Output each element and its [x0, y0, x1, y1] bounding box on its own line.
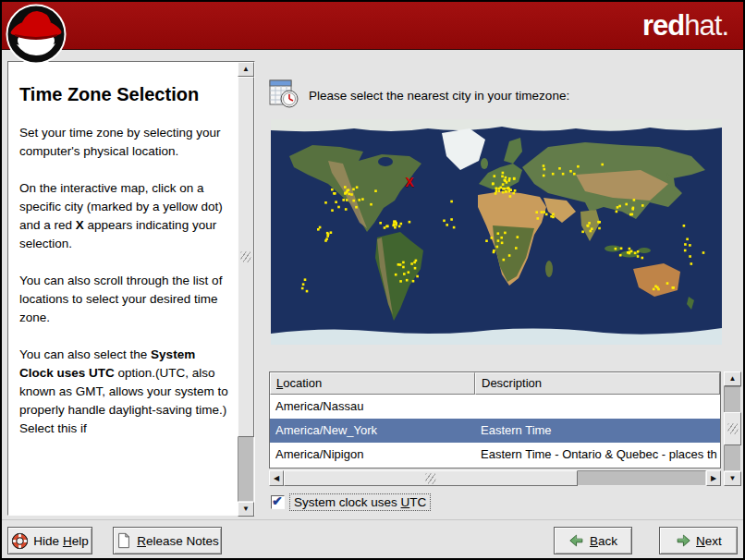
next-button[interactable]: Next	[659, 527, 738, 554]
help-paragraph: On the interactive map, click on a speci…	[19, 179, 230, 253]
checkmark-icon: ✔	[272, 493, 283, 508]
page-title: Time Zone Selection	[19, 82, 230, 107]
utc-checkbox-label[interactable]: System clock uses UTC	[289, 493, 431, 511]
header-bar: redhat.	[2, 2, 743, 50]
help-paragraph: Set your time zone by selecting your com…	[19, 124, 230, 161]
arrow-right-icon	[675, 532, 691, 549]
scroll-up-icon[interactable]: ▲	[724, 371, 741, 386]
release-notes-button[interactable]: Release Notes	[113, 527, 222, 554]
back-button[interactable]: Back	[554, 527, 632, 554]
timezone-table: Location Description America/NassauAmeri…	[269, 371, 721, 469]
column-header-description[interactable]: Description	[475, 372, 720, 395]
table-vertical-scrollbar[interactable]: ▲ ▼	[724, 371, 741, 486]
scroll-thumb[interactable]	[724, 412, 741, 445]
wordmark-red: red	[642, 9, 684, 42]
prompt-text: Please select the nearest city in your t…	[309, 89, 569, 103]
table-body: America/NassauAmerica/New_YorkEastern Ti…	[270, 395, 720, 467]
document-icon	[116, 532, 132, 549]
next-label: Next	[696, 534, 722, 548]
hide-help-label: Hide Help	[33, 534, 88, 548]
help-scrollbar[interactable]: ▲ ▼	[238, 62, 254, 515]
help-paragraphs: Set your time zone by selecting your com…	[19, 124, 230, 438]
utc-checkbox[interactable]: ✔	[271, 495, 285, 509]
scroll-down-icon[interactable]: ▼	[238, 502, 254, 517]
back-label: Back	[590, 534, 617, 548]
arrow-left-icon	[568, 532, 585, 549]
wordmark-hat: hat.	[684, 9, 728, 42]
help-paragraph: You can also select the System Clock use…	[19, 346, 230, 438]
life-ring-icon	[11, 532, 29, 550]
redhat-wordmark: redhat.	[642, 9, 728, 43]
column-header-location[interactable]: Location	[270, 372, 475, 395]
help-panel: Time Zone Selection Set your time zone b…	[7, 61, 255, 516]
help-paragraph: You can also scroll through the list of …	[19, 272, 230, 327]
scroll-left-icon[interactable]: ◀	[269, 470, 284, 486]
scroll-right-icon[interactable]: ▶	[706, 470, 721, 486]
table-row[interactable]: America/Nassau	[270, 395, 720, 419]
table-header: Location Description	[270, 372, 720, 395]
redhat-shadowman-logo-icon	[6, 4, 67, 65]
scroll-up-icon[interactable]: ▲	[238, 62, 254, 77]
footer-separator	[2, 519, 743, 520]
installer-window: redhat. Time Zone Selection Set your tim…	[0, 0, 745, 560]
table-row[interactable]: America/New_YorkEastern Time	[270, 419, 720, 443]
table-horizontal-scrollbar[interactable]: ◀ ▶	[269, 470, 721, 486]
world-map[interactable]: X	[271, 119, 722, 345]
hide-help-button[interactable]: Hide Help	[7, 527, 92, 554]
help-content: Time Zone Selection Set your time zone b…	[8, 62, 238, 515]
utc-checkbox-row: ✔ System clock uses UTC	[271, 492, 431, 512]
release-notes-label: Release Notes	[137, 534, 219, 548]
calendar-clock-icon	[268, 78, 299, 109]
scroll-thumb[interactable]	[238, 77, 254, 437]
scroll-thumb[interactable]	[284, 470, 578, 486]
scroll-down-icon[interactable]: ▼	[724, 471, 741, 486]
table-row[interactable]: America/NipigonEastern Time - Ontario & …	[270, 443, 720, 467]
